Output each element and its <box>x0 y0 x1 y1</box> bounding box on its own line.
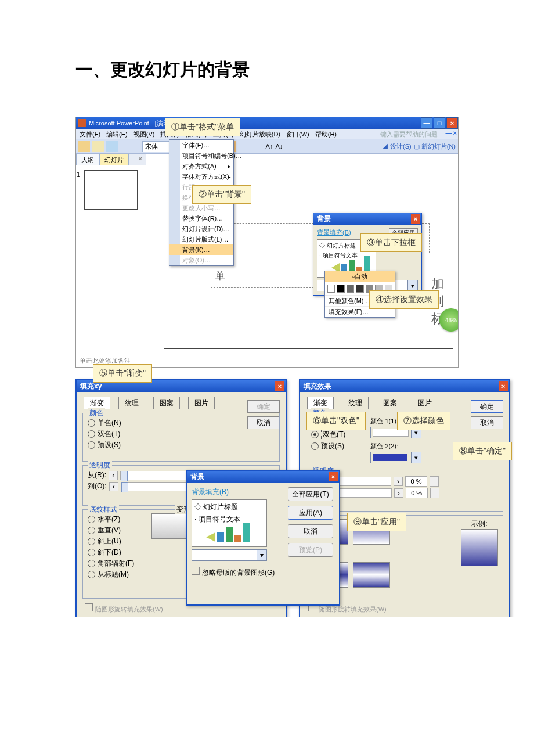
menuitem-bullets[interactable]: 项目符号和编号(B)… <box>169 150 233 161</box>
variant-option[interactable] <box>151 513 189 539</box>
radio-preset[interactable]: 预设(S) <box>88 440 275 450</box>
tab-pattern[interactable]: 图案 <box>153 397 180 409</box>
apply-button[interactable]: 应用(A) <box>288 506 333 520</box>
tab-picture[interactable]: 图片 <box>412 397 438 409</box>
color-swatch[interactable] <box>337 285 344 293</box>
window-titlebar: Microsoft PowerPoint - [演示文稿1] — □ × <box>76 117 458 129</box>
menu-view[interactable]: 视图(V) <box>134 130 155 139</box>
help-search[interactable]: 键入需要帮助的问题 <box>377 129 441 139</box>
radio-corner[interactable]: 角部辐射(F) <box>88 559 134 568</box>
bg-fill-label: 背景填充(B) <box>317 229 351 236</box>
menu-slideshow[interactable]: 幻灯片放映(D) <box>240 130 280 139</box>
page-heading: 一、更改幻灯片的背景 <box>0 0 534 117</box>
callout-5: ⑤单击"渐变" <box>93 364 152 383</box>
radio-diagdown[interactable]: 斜下(D) <box>88 548 134 557</box>
menu-help[interactable]: 帮助(H) <box>315 130 337 139</box>
menubar: 文件(F) 编辑(E) 视图(V) 插入(I) 格式(O) 工具(T) 幻灯片放… <box>76 129 458 139</box>
group-color: 颜色 单色(N) 双色(T) 预设(S) <box>82 413 280 462</box>
cancel-button[interactable]: 取消 <box>288 524 333 538</box>
callout-7: ⑦选择颜色 <box>397 412 450 430</box>
tab-slides[interactable]: 幻灯片 <box>99 154 129 165</box>
increase-font-icon[interactable]: A↑ <box>266 143 273 150</box>
chevron-down-icon[interactable]: ▾ <box>257 550 266 560</box>
menuitem-replacefont[interactable]: 替换字体(R)… <box>169 213 233 224</box>
dialog-close-icon[interactable]: × <box>275 381 284 391</box>
omit-master-checkbox[interactable] <box>192 567 200 575</box>
tab-pattern[interactable]: 图案 <box>377 397 403 409</box>
chart-bar-icon <box>226 527 233 542</box>
radio-horizontal[interactable]: 水平(Z) <box>88 514 134 524</box>
radio-two-color[interactable]: 双色(T) <box>88 429 275 439</box>
sample-preview <box>461 529 498 566</box>
doc-close-help[interactable]: — <box>446 129 452 136</box>
menuitem-align[interactable]: 对齐方式(A) <box>169 161 233 171</box>
align-right-icon[interactable] <box>252 141 264 152</box>
align-center-icon[interactable] <box>238 141 250 152</box>
tab-gradient[interactable]: 渐变 <box>307 397 334 409</box>
color-auto[interactable]: ▫ 自动 <box>325 271 395 282</box>
preview-arrow-icon <box>200 532 215 542</box>
dialog-title: 填充效果× <box>300 380 509 392</box>
slide-thumbnail-1[interactable] <box>84 170 138 210</box>
tab-picture[interactable]: 图片 <box>188 397 215 409</box>
group-label: 底纹样式 <box>88 505 119 514</box>
new-slide-button[interactable]: ▢ 新幻灯片(N) <box>414 142 456 151</box>
toolbar: 宋体 18 B I U S A↑ A↓ ◢ 设计(S) ▢ 新幻灯片(N) <box>76 139 458 154</box>
menu-file[interactable]: 文件(F) <box>80 130 100 139</box>
menuitem-fontalign[interactable]: 字体对齐方式(X) <box>169 171 233 182</box>
tab-texture[interactable]: 纹理 <box>342 397 369 409</box>
dialog-close-icon[interactable]: × <box>411 214 420 224</box>
chart-bar-icon <box>364 256 370 272</box>
preview-button: 预览(P) <box>288 543 333 557</box>
color-swatch[interactable] <box>356 285 363 293</box>
open-icon[interactable] <box>92 141 104 152</box>
color-swatch[interactable] <box>347 285 354 293</box>
rotate-fill-checkbox: 随图形旋转填充效果(W) <box>85 603 163 614</box>
bg-color-combo[interactable]: ▾ <box>192 549 267 561</box>
save-icon[interactable] <box>106 141 118 152</box>
menu-edit[interactable]: 编辑(E) <box>106 130 128 139</box>
decrease-font-icon[interactable]: A↓ <box>275 143 283 150</box>
tab-outline[interactable]: 大纲 <box>76 154 99 165</box>
doc-close[interactable]: × <box>453 129 457 136</box>
new-icon[interactable] <box>78 141 90 152</box>
close-button[interactable]: × <box>446 117 458 129</box>
color2-combo[interactable]: ▾ <box>370 452 421 463</box>
chart-bar-icon <box>217 532 224 542</box>
print-icon[interactable] <box>120 141 132 152</box>
dialog-close-icon[interactable]: × <box>329 472 338 481</box>
tab-texture[interactable]: 纹理 <box>118 397 145 409</box>
variant-option[interactable] <box>353 562 390 588</box>
radio-preset[interactable]: 预设(S) <box>311 441 347 451</box>
omit-master-label: 忽略母版的背景图形(G) <box>202 568 275 577</box>
dialog-title: 背景× <box>187 471 339 483</box>
maximize-button[interactable]: □ <box>434 117 445 129</box>
design-button[interactable]: ◢ 设计(S) <box>382 142 412 151</box>
menuitem-slidelayout[interactable]: 幻灯片版式(L)… <box>169 234 233 244</box>
sample-label: 示例: <box>461 519 498 529</box>
pane-close-icon[interactable]: × <box>135 154 146 165</box>
apply-all-button[interactable]: 全部应用(T) <box>288 487 333 501</box>
color-swatch[interactable] <box>327 285 335 293</box>
radio-fromtitle[interactable]: 从标题(M) <box>88 570 134 579</box>
radio-one-color[interactable]: 单色(N) <box>88 418 275 428</box>
callout-9: ⑨单击"应用" <box>347 513 406 531</box>
dialog-title: 背景× <box>313 213 421 225</box>
tab-gradient[interactable]: 渐变 <box>84 397 110 409</box>
label-color2: 颜色 2(2): <box>370 442 398 449</box>
zoom-indicator[interactable]: 46% <box>439 308 459 332</box>
dialog-close-icon[interactable]: × <box>499 381 508 391</box>
ok-button: 确定 <box>247 400 280 413</box>
radio-diagup[interactable]: 斜上(U) <box>88 537 134 546</box>
menuitem-slidedesign[interactable]: 幻灯片设计(D)… <box>169 224 233 234</box>
ok-button[interactable]: 确定 <box>471 400 503 413</box>
radio-vertical[interactable]: 垂直(V) <box>88 525 134 535</box>
menuitem-background[interactable]: 背景(K)… <box>169 244 233 255</box>
minimize-button[interactable]: — <box>421 117 432 129</box>
radio-two-color[interactable]: 双色(T) <box>311 429 347 440</box>
chevron-down-icon[interactable]: ▾ <box>407 280 417 291</box>
outline-pane: 大纲 幻灯片 × <box>76 154 146 355</box>
chevron-down-icon[interactable]: ▾ <box>411 452 421 463</box>
menu-window[interactable]: 窗口(W) <box>286 130 309 139</box>
menuitem-font[interactable]: 字体(F)… <box>169 140 233 150</box>
